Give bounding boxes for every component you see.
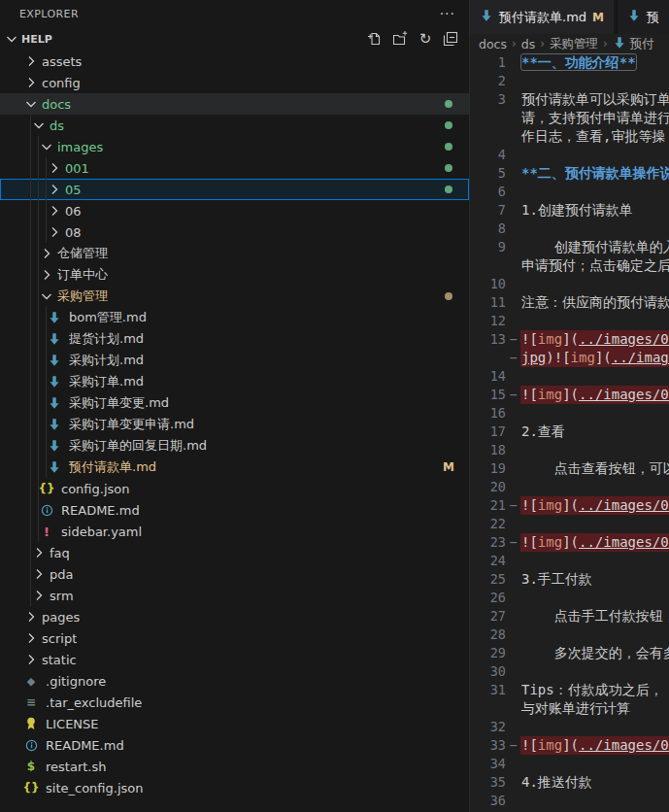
tree-file-采购订单.md[interactable]: 采购订单.md <box>0 371 469 392</box>
tree-file-采购计划.md[interactable]: 采购计划.md <box>0 350 469 371</box>
line-content[interactable] <box>520 183 669 201</box>
line-content[interactable] <box>520 220 669 238</box>
tree-file-采购订单变更.md[interactable]: 采购订单变更.md <box>0 392 469 414</box>
tree-folder-05[interactable]: 05 <box>0 179 469 200</box>
code-token: img <box>571 350 595 365</box>
line-content[interactable]: ![img](../images/05 <box>520 386 669 404</box>
line-content[interactable]: ![img](../images/05 <box>520 736 669 755</box>
line-content[interactable]: ![img](../images/05 <box>520 330 669 349</box>
line-content[interactable]: 创建预付请款单的入 <box>520 238 669 256</box>
list-file-icon: ≡ <box>23 694 39 710</box>
tree-folder-06[interactable]: 06 <box>0 200 469 221</box>
tree-file-.gitignore[interactable]: ◆.gitignore <box>0 670 469 692</box>
breadcrumb-item-采购管理[interactable]: 采购管理 <box>550 36 598 52</box>
tree-file-提货计划.md[interactable]: 提货计划.md <box>0 328 469 350</box>
diff-deleted-marker <box>506 127 520 146</box>
section-header-help[interactable]: HELP ↻ <box>0 27 469 51</box>
tree-folder-assets[interactable]: assets <box>0 51 469 72</box>
tree-folder-订单中心[interactable]: 订单中心 <box>0 264 469 286</box>
tree-file-config.json[interactable]: {}config.json <box>0 478 469 499</box>
collapse-all-icon[interactable] <box>442 30 459 48</box>
line-content[interactable]: 与对账单进行计算 <box>520 699 669 718</box>
breadcrumb-item-docs[interactable]: docs <box>479 37 507 51</box>
line-content[interactable] <box>520 275 669 293</box>
line-content[interactable]: 点击查看按钮，可以 <box>520 459 669 478</box>
tree-file-sidebar.yaml[interactable]: !sidebar.yaml <box>0 521 469 542</box>
tree-file-site_config.json[interactable]: {}site_config.json <box>0 777 469 798</box>
breadcrumb-item-ds[interactable]: ds <box>521 37 535 51</box>
editor-code-area[interactable]: 1**一、功能介绍**23预付请款单可以采购订单请，支持预付申请单进行作日志，查… <box>470 53 669 812</box>
tree-file-bom管理.md[interactable]: bom管理.md <box>0 307 469 328</box>
line-content[interactable]: **二、预付请款单操作说 <box>520 164 669 183</box>
tree-file-README.md[interactable]: README.md <box>0 499 469 521</box>
line-content[interactable]: 注意：供应商的预付请款 <box>520 293 669 312</box>
line-content[interactable] <box>520 718 669 736</box>
tree-file-采购订单变更申请.md[interactable]: 采购订单变更申请.md <box>0 414 469 435</box>
line-content[interactable] <box>520 552 669 570</box>
refresh-icon[interactable]: ↻ <box>417 30 434 48</box>
line-content[interactable]: ![img](../images/05 <box>520 496 669 515</box>
line-content[interactable]: 申请预付；点击确定之后 <box>520 256 669 275</box>
tree-folder-static[interactable]: static <box>0 649 469 670</box>
line-content[interactable] <box>520 441 669 459</box>
line-content[interactable]: 作日志，查看,审批等操 <box>520 127 669 146</box>
line-content[interactable]: **一、功能介绍** <box>520 53 669 72</box>
line-content[interactable]: 1.创建预付请款单 <box>520 201 669 220</box>
line-content[interactable]: jpg)![img](../image <box>520 349 669 367</box>
tree-folder-images[interactable]: images <box>0 136 469 157</box>
line-content[interactable]: 3.手工付款 <box>520 570 669 589</box>
tree-folder-08[interactable]: 08 <box>0 221 469 243</box>
line-content[interactable] <box>520 72 669 90</box>
line-content[interactable] <box>520 404 669 423</box>
tree-file-README.md[interactable]: README.md <box>0 734 469 756</box>
tree-folder-仓储管理[interactable]: 仓储管理 <box>0 243 469 264</box>
line-content[interactable]: 请，支持预付申请单进行 <box>520 109 669 127</box>
tree-folder-采购管理[interactable]: 采购管理 <box>0 286 469 307</box>
diff-deleted-marker <box>506 626 520 644</box>
breadcrumb-item-预付[interactable]: 预付 <box>613 36 654 52</box>
code-line: 申请预付；点击确定之后 <box>470 256 669 275</box>
tree-folder-script[interactable]: script <box>0 627 469 649</box>
new-file-icon[interactable] <box>366 30 384 48</box>
tree-folder-srm[interactable]: srm <box>0 585 469 606</box>
line-content[interactable]: Tips：付款成功之后， <box>520 681 669 699</box>
tree-folder-ds[interactable]: ds <box>0 115 469 136</box>
tree-folder-config[interactable]: config <box>0 72 469 93</box>
editor-tab-预付请款单.md[interactable]: 预付请款单.mdM <box>470 0 614 34</box>
tree-folder-docs[interactable]: docs <box>0 93 469 115</box>
line-content[interactable] <box>520 792 669 810</box>
tree-file-采购订单的回复日期.md[interactable]: 采购订单的回复日期.md <box>0 435 469 457</box>
line-content[interactable] <box>520 755 669 773</box>
tree-file-restart.sh[interactable]: $restart.sh <box>0 756 469 777</box>
diff-deleted-marker <box>506 441 520 459</box>
editor-tab-预[interactable]: 预 <box>617 0 669 34</box>
line-content[interactable] <box>520 626 669 644</box>
line-content[interactable] <box>520 478 669 496</box>
tree-file-LICENSE[interactable]: LICENSE <box>0 713 469 734</box>
tree-folder-pages[interactable]: pages <box>0 606 469 627</box>
code-line-removed: 15−![img](../images/05 <box>470 386 669 404</box>
tree-folder-pda[interactable]: pda <box>0 563 469 585</box>
line-content[interactable]: ![img](../images/05 <box>520 533 669 552</box>
line-content[interactable]: 点击手工付款按钮， <box>520 607 669 626</box>
more-actions-icon[interactable]: ··· <box>440 6 455 21</box>
code-token: ![ <box>521 534 538 550</box>
tab-modified-badge: M <box>592 11 604 24</box>
line-content[interactable] <box>520 312 669 330</box>
line-content[interactable]: 多次提交的，会有多 <box>520 644 669 662</box>
tree-file-预付请款单.md[interactable]: 预付请款单.mdM <box>0 457 469 478</box>
indent-guide <box>30 392 31 414</box>
line-content[interactable]: 2.查看 <box>520 423 669 441</box>
tree-file-.tar_excludefile[interactable]: ≡.tar_excludefile <box>0 692 469 713</box>
line-content[interactable] <box>520 367 669 386</box>
tree-folder-001[interactable]: 001 <box>0 157 469 179</box>
new-folder-icon[interactable] <box>391 30 409 48</box>
line-content[interactable] <box>520 515 669 533</box>
tree-item-label: ds <box>50 118 64 133</box>
line-content[interactable] <box>520 146 669 164</box>
line-content[interactable]: 预付请款单可以采购订单 <box>520 90 669 109</box>
tree-folder-faq[interactable]: faq <box>0 542 469 563</box>
line-content[interactable] <box>520 589 669 607</box>
line-content[interactable]: 4.推送付款 <box>520 773 669 792</box>
line-content[interactable] <box>520 662 669 681</box>
